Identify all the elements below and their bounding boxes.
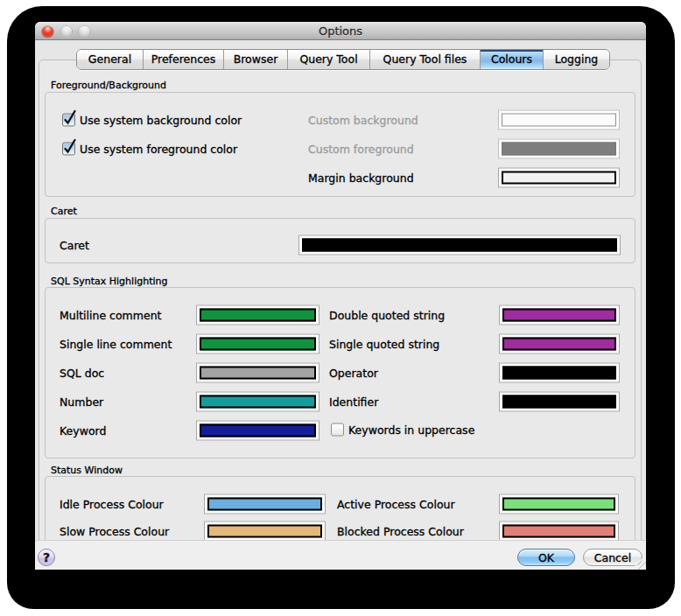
label-number: Number (60, 395, 103, 408)
swatch-active-process-colour[interactable] (499, 494, 619, 514)
group-label-caret: Caret (51, 206, 77, 217)
checkbox-label: Use system background color (80, 114, 242, 127)
swatch-blocked-process-colour[interactable] (499, 521, 619, 541)
group-label-status-window: Status Window (51, 465, 123, 476)
window-title: Options (35, 22, 646, 39)
label-identifier: Identifier (329, 395, 378, 408)
tab-general[interactable]: General (77, 50, 144, 69)
checkbox-use-system-background[interactable] (62, 114, 75, 127)
swatch-fill (200, 338, 316, 351)
swatch-fill (200, 309, 316, 322)
swatch-custom-background (498, 110, 620, 130)
checkbox-use-system-foreground[interactable] (62, 143, 75, 156)
tab-browser[interactable]: Browser (224, 50, 288, 69)
swatch-keyword[interactable] (196, 420, 319, 440)
swatch-identifier[interactable] (499, 391, 620, 411)
swatch-fill (502, 524, 615, 537)
help-button[interactable]: ? (38, 549, 55, 566)
swatch-fill (502, 114, 616, 127)
swatch-multiline-comment[interactable] (196, 305, 319, 326)
label-custom-background: Custom background (308, 114, 418, 127)
swatch-margin-background[interactable] (498, 168, 620, 188)
swatch-fill (502, 338, 616, 351)
swatch-number[interactable] (196, 391, 319, 411)
swatch-fill (502, 497, 615, 510)
label-margin-background: Margin background (308, 172, 414, 185)
swatch-fill (200, 367, 316, 380)
checkbox-label: Keywords in uppercase (348, 424, 474, 437)
label-sql-doc: SQL doc (60, 367, 104, 380)
swatch-fill (207, 497, 322, 510)
label-single-line-comment: Single line comment (60, 338, 172, 351)
swatch-fill (200, 395, 316, 408)
tab-query-tool-files[interactable]: Query Tool files (370, 50, 481, 69)
label-multiline-comment: Multiline comment (60, 309, 161, 322)
label-blocked-process-colour: Blocked Process Colour (337, 524, 464, 537)
ok-button[interactable]: OK (517, 549, 575, 566)
label-operator: Operator (329, 367, 378, 380)
swatch-fill (502, 309, 616, 322)
swatch-slow-process-colour[interactable] (204, 521, 326, 541)
checkbox-label: Use system foreground color (80, 143, 237, 156)
tab-colours[interactable]: Colours (481, 50, 544, 69)
tab-query-tool[interactable]: Query Tool (288, 50, 370, 69)
checkbox-row-use-system-foreground[interactable]: Use system foreground color (62, 143, 237, 156)
checkbox-row-keywords-uppercase[interactable]: Keywords in uppercase (331, 424, 474, 437)
swatch-fill (502, 395, 616, 408)
checkbox-row-use-system-background[interactable]: Use system background color (62, 114, 242, 127)
label-idle-process-colour: Idle Process Colour (60, 497, 164, 510)
swatch-caret[interactable] (298, 235, 621, 256)
group-label-foreground-background: Foreground/Background (51, 80, 166, 91)
swatch-fill (502, 143, 616, 156)
label-caret: Caret (60, 239, 89, 252)
swatch-single-quoted-string[interactable] (499, 334, 620, 354)
label-custom-foreground: Custom foreground (308, 143, 414, 156)
label-slow-process-colour: Slow Process Colour (60, 524, 169, 537)
swatch-fill (200, 424, 316, 437)
swatch-sql-doc[interactable] (196, 363, 319, 383)
swatch-fill (207, 524, 322, 537)
options-dialog: Options General Preferences Browser Quer… (35, 22, 646, 569)
swatch-custom-foreground (498, 139, 620, 159)
swatch-fill (502, 367, 616, 380)
label-double-quoted-string: Double quoted string (329, 309, 445, 322)
swatch-fill (302, 239, 617, 252)
swatch-fill (502, 172, 616, 185)
swatch-double-quoted-string[interactable] (499, 305, 620, 326)
cancel-button[interactable]: Cancel (583, 549, 642, 566)
label-single-quoted-string: Single quoted string (329, 338, 439, 351)
group-label-sql-syntax: SQL Syntax Highlighting (51, 276, 167, 287)
tab-logging[interactable]: Logging (544, 50, 609, 69)
swatch-single-line-comment[interactable] (196, 334, 319, 354)
label-keyword: Keyword (60, 424, 106, 437)
screenshot-root: { "window": { "title": "Options" }, "tab… (0, 0, 681, 616)
checkbox-keywords-uppercase[interactable] (331, 424, 344, 437)
swatch-idle-process-colour[interactable] (204, 494, 326, 514)
swatch-operator[interactable] (499, 363, 620, 383)
tab-preferences[interactable]: Preferences (144, 50, 224, 69)
tab-bar: General Preferences Browser Query Tool Q… (76, 49, 610, 70)
button-bar: ? OK Cancel (35, 540, 646, 570)
label-active-process-colour: Active Process Colour (337, 497, 455, 510)
title-bar[interactable]: Options (35, 22, 646, 40)
